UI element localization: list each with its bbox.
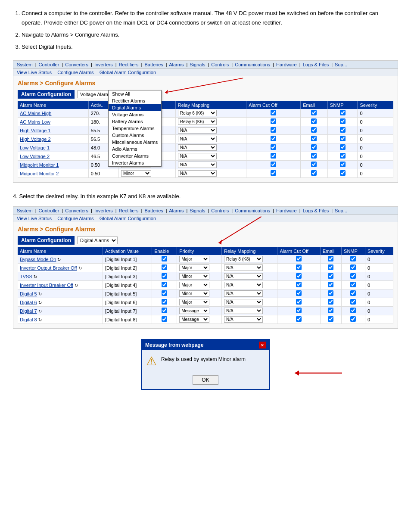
cell2-email [320, 307, 341, 315]
cell-relay: N/A N/ARelay 6 (K6)Relay 7 (K7)Relay 8 (… [175, 143, 246, 152]
dd-adio[interactable]: Adio Alarms [109, 146, 161, 152]
dd-battery[interactable]: Battery Alarms [109, 118, 161, 125]
cell-alarm-name: Midpoint Monitor 2 [18, 169, 88, 178]
screenshot-box-1: System| Controller| Converters| Inverter… [13, 60, 398, 183]
nav2-communications[interactable]: Communications [235, 208, 270, 213]
cell2-alarm-name: Inverter Output Breaker Off ↻ [18, 264, 103, 272]
cell2-relay: Relay 8 (K8) N/ARelay 7 (K7)Relay 8 (K8) [221, 255, 277, 264]
cell-relay: Relay 6 (K6) N/ARelay 6 (K6)Relay 7 (K7)… [175, 118, 246, 126]
nav-logs[interactable]: Logs & Files [303, 62, 329, 67]
cell2-email [320, 281, 341, 289]
cell-alarm-name: Low Voltage 1 [18, 143, 88, 152]
nav2-hardware[interactable]: Hardware [276, 208, 297, 213]
cell2-activ: [Digital Input 2] [103, 264, 152, 272]
nav2-controller[interactable]: Controller [39, 208, 59, 213]
dd-show-all[interactable]: Show All [109, 90, 161, 97]
alarm-config-2: Alarm Configuration Digital Alarms Alarm… [13, 234, 398, 328]
cell-email [301, 143, 328, 152]
nav-communications[interactable]: Communications [235, 62, 270, 67]
dd-digital[interactable]: Digital Alarms [109, 104, 161, 111]
dd-temperature[interactable]: Temperature Alarms [109, 125, 161, 132]
table-row: AC Mains Low 180. Minor MinorMajorMessag… [18, 118, 393, 126]
cell2-priority: Message MinorMajorMessage [177, 307, 222, 315]
dd-inverter[interactable]: Inverter Alarms [109, 159, 161, 166]
dd-custom[interactable]: Custom Alarms [109, 132, 161, 139]
nav-signals[interactable]: Signals [190, 62, 205, 67]
sub-nav-view-live[interactable]: View Live Status [17, 70, 52, 75]
dialog-close-button[interactable]: × [259, 342, 266, 348]
cell-snmp [327, 143, 358, 152]
table-row: High Voltage 1 55.5 Minor MinorMajorMess… [18, 126, 393, 135]
table-row: Low Voltage 2 46.5 Major MinorMajorMessa… [18, 152, 393, 161]
nav-hardware[interactable]: Hardware [276, 62, 297, 67]
cell2-activ: [Digital Input 3] [103, 272, 152, 281]
nav-converters[interactable]: Converters [65, 62, 88, 67]
nav2-batteries[interactable]: Batteries [144, 208, 163, 213]
cell-cutoff [246, 169, 301, 178]
sub-nav-global[interactable]: Global Alarm Configuration [100, 70, 156, 75]
sub-nav2-view-live[interactable]: View Live Status [17, 216, 52, 221]
cell-alarm-name: High Voltage 2 [18, 135, 88, 143]
th2-cutoff: Alarm Cut Off [277, 247, 320, 255]
th-alarm-name: Alarm Name [18, 101, 88, 109]
alarm-config-1: Alarm Configuration Voltage Alarms Show … [13, 88, 398, 182]
cell-relay: N/A N/ARelay 6 (K6)Relay 7 (K7)Relay 8 (… [175, 126, 246, 135]
config-header-2: Alarm Configuration Digital Alarms [18, 236, 393, 245]
nav2-sup[interactable]: Sup... [335, 208, 347, 213]
sub-nav2-global[interactable]: Global Alarm Configuration [100, 216, 156, 221]
nav-rectifiers[interactable]: Rectifiers [119, 62, 139, 67]
cell-severity: 0 [358, 143, 393, 152]
nav-inverters[interactable]: Inverters [94, 62, 113, 67]
cell2-enable [152, 264, 177, 272]
dd-voltage[interactable]: Voltage Alarms [109, 111, 161, 118]
th2-snmp: SNMP [342, 247, 365, 255]
cell-email [301, 169, 328, 178]
cell-severity: 0 [358, 169, 393, 178]
dd-rectifier[interactable]: Rectifier Alarms [109, 97, 161, 104]
nav2-alarms[interactable]: Alarms [169, 208, 184, 213]
nav-system[interactable]: System [17, 62, 33, 67]
cell2-relay: N/A N/ARelay 7 (K7)Relay 8 (K8) [221, 264, 277, 272]
dd-misc[interactable]: Miscellaneous Alarms [109, 139, 161, 146]
sub-nav-configure-alarms[interactable]: Configure Alarms [57, 70, 93, 75]
cell2-relay: N/A N/ARelay 7 (K7)Relay 8 (K8) [221, 307, 277, 315]
cell2-activ: [Digital Input 7] [103, 307, 152, 315]
cell2-snmp [342, 281, 365, 289]
nav2-logs[interactable]: Logs & Files [303, 208, 329, 213]
cell2-cutoff [277, 255, 320, 264]
nav2-converters[interactable]: Converters [65, 208, 88, 213]
cell-relay: N/A N/ARelay 6 (K6)Relay 7 (K7)Relay 8 (… [175, 135, 246, 143]
nav-sup[interactable]: Sup... [335, 62, 347, 67]
cell2-severity: 0 [365, 298, 393, 307]
cell2-email [320, 315, 341, 324]
cell-email [301, 152, 328, 161]
dialog-box: Message from webpage × ⚠ Relay is used b… [141, 339, 270, 390]
dialog-footer: OK [142, 373, 269, 389]
dd-converter[interactable]: Converter Alarms [109, 152, 161, 159]
th2-activ: Activation Value [103, 247, 152, 255]
cell2-relay: N/A N/ARelay 7 (K7)Relay 8 (K8) [221, 272, 277, 281]
cell-relay: N/A N/ARelay 6 (K6)Relay 7 (K7)Relay 8 (… [175, 152, 246, 161]
dialog-body: ⚠ Relay is used by system Minor alarm [142, 350, 269, 373]
nav-controls[interactable]: Controls [211, 62, 229, 67]
sub-nav2-configure-alarms[interactable]: Configure Alarms [57, 216, 93, 221]
nav2-inverters[interactable]: Inverters [94, 208, 113, 213]
nav2-signals[interactable]: Signals [190, 208, 205, 213]
dialog-ok-button[interactable]: OK [193, 375, 218, 385]
nav-alarms[interactable]: Alarms [169, 62, 184, 67]
nav-controller[interactable]: Controller [39, 62, 59, 67]
cell-snmp [327, 109, 358, 118]
nav2-controls[interactable]: Controls [211, 208, 229, 213]
cell-relay: N/A N/ARelay 6 (K6)Relay 7 (K7)Relay 8 (… [175, 161, 246, 169]
cell2-relay: N/A N/ARelay 7 (K7)Relay 8 (K8) [221, 281, 277, 289]
nav2-system[interactable]: System [17, 208, 33, 213]
th-severity: Severity [358, 101, 393, 109]
cell2-alarm-name: Digital 6 ↻ [18, 298, 103, 307]
cell2-priority: Message MinorMajorMessage [177, 315, 222, 324]
nav2-rectifiers[interactable]: Rectifiers [119, 208, 139, 213]
cell-cutoff [246, 161, 301, 169]
nav-batteries[interactable]: Batteries [144, 62, 163, 67]
config-select-2[interactable]: Digital Alarms [77, 236, 118, 244]
cell-email [301, 161, 328, 169]
dropdown-menu-1[interactable]: Show All Rectifier Alarms Digital Alarms… [108, 90, 162, 167]
